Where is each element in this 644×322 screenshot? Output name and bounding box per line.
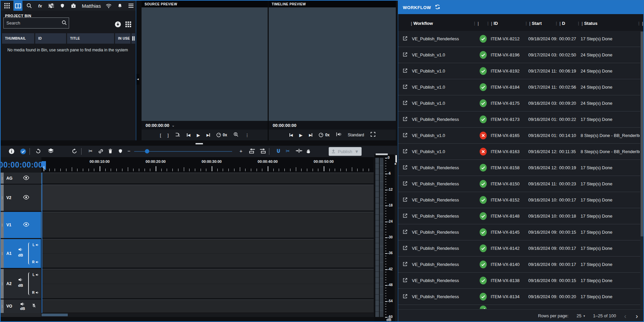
- apps-grid-icon[interactable]: [2, 1, 11, 11]
- workflow-row[interactable]: VE_Publish_Renderless ITEM-VX-8142 09/16…: [398, 240, 640, 257]
- select-check-icon[interactable]: [20, 148, 26, 154]
- fullscreen-icon[interactable]: [371, 132, 375, 138]
- drag-handle-icon[interactable]: ⋮: [1, 300, 4, 313]
- workflow-row[interactable]: VE_Publish_Renderless ITEM-VX-8140 09/16…: [398, 257, 640, 273]
- open-external-link-icon[interactable]: [402, 245, 408, 251]
- layers-icon[interactable]: [48, 148, 54, 153]
- timeline-ruler[interactable]: 00:00:10:0000:00:20:0000:00:30:0000:00:4…: [42, 157, 374, 173]
- timeline-track[interactable]: ⋮ VO dB: [1, 300, 374, 313]
- workflow-row[interactable]: VE_Publish_v1.0 ITEM-VX-8175 09/16/2024 …: [398, 95, 640, 111]
- scrollbar-thumb[interactable]: [42, 314, 68, 316]
- columns-settings-icon[interactable]: [131, 33, 135, 44]
- column-header-duration[interactable]: ⋮|D: [554, 21, 565, 26]
- zoom-out-minus[interactable]: −: [127, 148, 130, 153]
- razor-icon[interactable]: ✂: [286, 148, 290, 153]
- mark-in-button[interactable]: [: [160, 133, 161, 137]
- track-header[interactable]: ⋮ VO dB: [1, 300, 41, 313]
- bin-panels-icon[interactable]: [13, 1, 22, 11]
- open-external-link-icon[interactable]: [402, 181, 408, 186]
- effects-icon[interactable]: fx: [36, 1, 45, 11]
- workflow-row[interactable]: VE_Publish_v1.0 ITEM-VX-8184 09/17/2024 …: [398, 79, 640, 95]
- open-external-link-icon[interactable]: [402, 84, 408, 90]
- workflow-row[interactable]: VE_Publish_v1.0 ITEM-VX-8192 09/17/2024 …: [398, 63, 640, 79]
- drag-handle-icon[interactable]: ⋮: [1, 212, 4, 238]
- unlink-icon[interactable]: [98, 148, 104, 154]
- overwrite-clip-icon[interactable]: [260, 148, 266, 153]
- download-circle-icon[interactable]: [115, 21, 121, 29]
- timeline-track[interactable]: ⋮ A1 dB L R: [1, 239, 374, 268]
- workflow-row[interactable]: VE_Publish_Renderless ITEM-VX-8212 09/18…: [398, 31, 640, 47]
- track-content[interactable]: [42, 212, 374, 238]
- channel-left[interactable]: L: [33, 273, 39, 277]
- channel-right[interactable]: R: [32, 291, 39, 294]
- scrollbar-thumb[interactable]: [641, 32, 644, 236]
- mic-muted-icon[interactable]: [32, 303, 36, 310]
- db-label[interactable]: dB: [20, 307, 25, 311]
- quality-selector[interactable]: Standard: [348, 133, 364, 137]
- undo-icon[interactable]: [36, 148, 41, 154]
- rows-per-page-select[interactable]: 25 ▾: [577, 313, 585, 318]
- more-options-kebab-icon[interactable]: ⋮: [245, 133, 249, 137]
- open-external-link-icon[interactable]: [402, 293, 408, 299]
- workflow-row[interactable]: VE_Publish_v1.0 ITEM-VX-8163 09/16/2024 …: [398, 144, 640, 160]
- db-label[interactable]: dB: [18, 253, 23, 257]
- slip-tool-icon[interactable]: [296, 148, 302, 153]
- track-content[interactable]: [42, 185, 374, 211]
- previous-frame-button[interactable]: ◀: [187, 133, 190, 137]
- send-to-timeline-button[interactable]: [175, 132, 180, 138]
- timeline-track[interactable]: ⋮ V1: [1, 212, 374, 238]
- grid-view-icon[interactable]: [125, 21, 131, 29]
- chevron-down-icon[interactable]: ⌄: [172, 123, 175, 128]
- channel-left[interactable]: L: [33, 243, 39, 247]
- timeline-vertical-scrollbar[interactable]: [395, 154, 397, 322]
- search-input[interactable]: [3, 17, 69, 29]
- open-external-link-icon[interactable]: [402, 229, 408, 235]
- open-external-link-icon[interactable]: [402, 261, 408, 267]
- zoom-in-icon[interactable]: [233, 132, 238, 138]
- open-external-link-icon[interactable]: [402, 148, 408, 154]
- track-header[interactable]: ⋮ A2 dB L R: [1, 269, 41, 298]
- workflow-row[interactable]: VE_Publish_v1.0 ITEM-VX-8196 09/17/2024 …: [398, 47, 640, 63]
- audio-monitor-icon[interactable]: [336, 132, 341, 138]
- timeline-track[interactable]: ⋮ A2 dB L R: [1, 269, 374, 298]
- play-button[interactable]: ▶: [299, 133, 303, 137]
- mark-out-button[interactable]: ]: [167, 133, 169, 137]
- source-preview-video[interactable]: [142, 7, 268, 121]
- previous-frame-button[interactable]: ◀: [289, 133, 293, 137]
- refresh-icon[interactable]: [435, 4, 440, 11]
- horizontal-splitter[interactable]: [1, 140, 397, 146]
- drag-handle-icon[interactable]: ⋮: [1, 185, 4, 211]
- timeline-horizontal-scrollbar[interactable]: [1, 313, 374, 317]
- track-header[interactable]: ⋮ V2: [1, 185, 41, 211]
- track-header[interactable]: ⋮ A1 dB L R: [1, 239, 41, 268]
- next-frame-button[interactable]: ▶: [206, 133, 210, 137]
- zoom-in-plus[interactable]: +: [239, 148, 243, 153]
- publish-button[interactable]: Publish ▼: [329, 147, 362, 156]
- menu-hamburger-icon[interactable]: [126, 1, 136, 11]
- column-header-status[interactable]: ⋮|Status: [577, 21, 597, 26]
- play-button[interactable]: ▶: [197, 133, 200, 137]
- workflow-row[interactable]: VE_Publish_Renderless ITEM-VX-8173 09/16…: [398, 111, 640, 128]
- db-label[interactable]: dB: [18, 283, 23, 287]
- track-content[interactable]: [42, 173, 374, 184]
- open-external-link-icon[interactable]: [402, 52, 408, 57]
- track-content[interactable]: [42, 239, 374, 268]
- next-page-button[interactable]: ›: [636, 313, 638, 319]
- channel-right[interactable]: R: [32, 260, 39, 264]
- user-name[interactable]: Matthias: [82, 3, 101, 9]
- workflow-row[interactable]: VE_Publish_Renderless ITEM-VX-8150 09/16…: [398, 176, 640, 192]
- drag-handle-icon[interactable]: ⋮: [1, 239, 4, 268]
- open-external-link-icon[interactable]: [402, 68, 408, 74]
- track-header[interactable]: ⋮ V1: [1, 212, 41, 238]
- visibility-eye-icon[interactable]: [23, 195, 30, 201]
- next-frame-button[interactable]: ▶: [309, 133, 312, 137]
- source-timecode[interactable]: 00:00:00:00: [146, 123, 169, 128]
- previous-page-button[interactable]: ‹: [624, 313, 627, 319]
- column-header-start[interactable]: ⋮|Start: [524, 21, 542, 26]
- shield-icon[interactable]: [58, 1, 67, 11]
- media-box-icon[interactable]: [69, 1, 78, 11]
- timeline-track[interactable]: ⋮ AG: [1, 173, 374, 184]
- cut-icon[interactable]: ✂: [89, 148, 93, 153]
- workflow-row[interactable]: VE_Publish_Renderless ITEM-VX-8158 09/16…: [398, 160, 640, 176]
- workflow-row[interactable]: VE_Publish_Renderless ITEM-VX-8138 09/16…: [398, 273, 640, 289]
